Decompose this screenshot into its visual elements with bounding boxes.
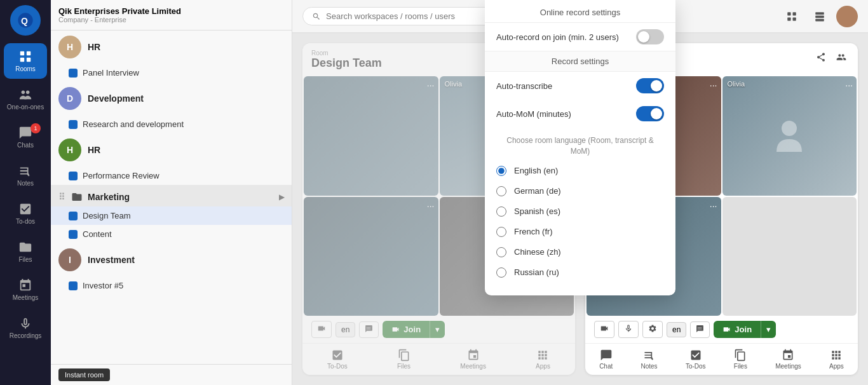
- share-button-right[interactable]: [813, 50, 829, 67]
- lang-option-ru[interactable]: Russian (ru): [485, 262, 675, 283]
- lang-label-ru: Russian (ru): [514, 267, 559, 277]
- lang-option-de[interactable]: German (de): [485, 181, 675, 201]
- sidebar-item-one-on-ones[interactable]: One-on-ones: [4, 81, 47, 117]
- join-dropdown-right[interactable]: ▾: [761, 321, 776, 338]
- room-item-design-team[interactable]: Design Team: [51, 206, 292, 225]
- room-color-indicator: [69, 120, 78, 129]
- sidebar-item-rooms[interactable]: Rooms: [4, 43, 47, 79]
- settings-toggle-right[interactable]: [642, 321, 663, 338]
- lang-option-zh[interactable]: Chinese (zh): [485, 242, 675, 262]
- apps-label-left: Apps: [536, 363, 550, 370]
- apps-icon-right: [830, 349, 843, 361]
- room-bottom-bar-right: Chat Notes To-Dos Files: [585, 343, 858, 375]
- transcript-btn-right[interactable]: [690, 321, 710, 338]
- bottom-files-left[interactable]: Files: [392, 348, 416, 371]
- room-name-performance-review: Performance Review: [83, 171, 159, 180]
- left-panel: Qik Enterprises Private Limited Company …: [51, 0, 292, 385]
- video-toggle-right[interactable]: [594, 321, 614, 338]
- lang-btn-left[interactable]: en: [336, 322, 355, 337]
- sidebar-rooms-label: Rooms: [15, 65, 36, 72]
- room-item-panel-interview[interactable]: Panel Interview: [51, 64, 292, 82]
- modal-scroll[interactable]: Online record settings Auto-record on jo…: [485, 0, 675, 295]
- sidebar-item-meetings[interactable]: Meetings: [4, 272, 47, 307]
- bottom-meetings-left[interactable]: Meetings: [455, 348, 491, 371]
- list-view-icon: [814, 11, 825, 22]
- room-group-hr2: H HR Performance Review: [51, 133, 292, 185]
- group-button-right[interactable]: [834, 50, 849, 67]
- sidebar-item-notes[interactable]: Notes: [4, 158, 47, 193]
- dots-left-tl[interactable]: ···: [427, 80, 435, 90]
- mic-toggle-right[interactable]: [618, 321, 639, 338]
- room-group-hr: H HR Panel Interview: [51, 30, 292, 82]
- svg-rect-5: [27, 58, 31, 62]
- lang-radio-de[interactable]: [496, 186, 506, 196]
- auto-transcribe-label: Auto-transcribe: [496, 81, 552, 91]
- lang-radio-fr[interactable]: [496, 227, 506, 237]
- dots-right-kate[interactable]: ···: [710, 201, 717, 211]
- lang-radio-en[interactable]: [496, 166, 506, 176]
- lang-option-en[interactable]: English (en): [485, 161, 675, 181]
- join-button-left[interactable]: Join: [383, 321, 430, 338]
- room-item-research-dev[interactable]: Research and development: [51, 115, 292, 133]
- share-icon-right: [816, 52, 826, 62]
- sidebar-item-recordings[interactable]: Recordings: [4, 310, 47, 346]
- sidebar-recordings-label: Recordings: [10, 332, 42, 339]
- lang-btn-right[interactable]: en: [667, 322, 686, 337]
- sidebar-item-chats[interactable]: 1 Chats: [4, 119, 47, 155]
- room-item-performance-review[interactable]: Performance Review: [51, 166, 292, 185]
- transcript-btn-left[interactable]: [359, 321, 379, 338]
- lang-radio-es[interactable]: [496, 206, 506, 217]
- room-item-investor5[interactable]: Investor #5: [51, 276, 292, 295]
- bottom-todos-left[interactable]: To-Dos: [322, 348, 353, 371]
- sidebar-item-files[interactable]: Files: [4, 234, 47, 269]
- svg-rect-4: [20, 58, 24, 62]
- auto-record-toggle[interactable]: [636, 29, 664, 44]
- bottom-meetings-right[interactable]: Meetings: [770, 348, 806, 371]
- bottom-files-right[interactable]: Files: [729, 348, 752, 371]
- video-camera-icon-right: [600, 324, 609, 333]
- participant-name-olivia-right: Olivia: [728, 80, 745, 88]
- lang-option-es[interactable]: Spanish (es): [485, 201, 675, 222]
- dots-right-olivia[interactable]: ···: [845, 80, 853, 90]
- video-cell-right-empty: [722, 197, 857, 316]
- language-note: Choose room language (Room, transcript &…: [485, 128, 675, 161]
- transcript-icon: [365, 325, 373, 333]
- user-row-investment: I Investment: [51, 243, 292, 276]
- video-toggle-left[interactable]: [311, 321, 332, 338]
- sidebar-files-label: Files: [18, 256, 32, 263]
- bottom-apps-right[interactable]: Apps: [824, 348, 849, 371]
- drag-handle-icon: ⠿: [58, 192, 65, 202]
- auto-mom-slider: [636, 106, 664, 121]
- svg-rect-13: [815, 15, 824, 18]
- sidebar-item-todos[interactable]: To-dos: [4, 196, 47, 231]
- grid-view-button[interactable]: [780, 5, 803, 28]
- user-profile-avatar[interactable]: [836, 6, 858, 27]
- join-dropdown-left[interactable]: ▾: [430, 321, 445, 338]
- auto-transcribe-toggle[interactable]: [636, 78, 664, 93]
- dots-left-bl[interactable]: ···: [427, 201, 435, 211]
- auto-mom-toggle[interactable]: [636, 106, 664, 121]
- lang-radio-ru[interactable]: [496, 267, 506, 278]
- room-color-indicator: [69, 281, 78, 290]
- join-btn-group-right: Join ▾: [714, 321, 776, 338]
- video-join-icon-right: [722, 325, 731, 334]
- lang-label-en: English (en): [514, 166, 558, 175]
- join-button-right[interactable]: Join: [714, 321, 761, 338]
- company-name: Qik Enterprises Private Limited: [58, 6, 284, 16]
- lang-radio-zh[interactable]: [496, 247, 506, 257]
- files-label-right: Files: [734, 363, 747, 370]
- recordings-icon: [18, 316, 32, 330]
- room-item-content[interactable]: Content: [51, 225, 292, 243]
- svg-rect-11: [793, 17, 796, 20]
- list-view-button[interactable]: [808, 5, 831, 28]
- bottom-chat-right[interactable]: Chat: [594, 348, 618, 371]
- bottom-notes-right[interactable]: Notes: [636, 348, 663, 371]
- auto-transcribe-slider: [636, 78, 664, 93]
- svg-rect-8: [787, 12, 790, 15]
- dots-right-sam[interactable]: ···: [710, 80, 717, 90]
- bottom-todos-right[interactable]: To-Dos: [681, 348, 711, 371]
- avatar-investment: I: [58, 248, 81, 271]
- lang-option-fr[interactable]: French (fr): [485, 222, 675, 242]
- bottom-apps-left[interactable]: Apps: [531, 348, 555, 371]
- todos-label-right: To-Dos: [686, 363, 706, 370]
